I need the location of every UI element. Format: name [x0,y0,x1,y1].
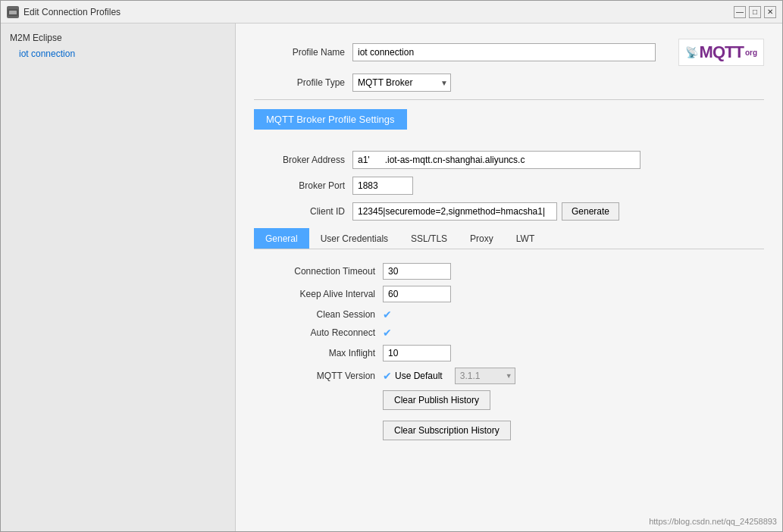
broker-port-label: Broker Port [254,180,345,191]
sidebar-item-iot-connection[interactable]: iot connection [1,46,235,61]
profile-name-row: Profile Name 📡 MQTT org [254,39,764,66]
maximize-button[interactable]: □ [749,6,761,18]
clean-session-label: Clean Session [254,309,375,320]
minimize-button[interactable]: — [734,6,746,18]
tabs-row: General User Credentials SSL/TLS Proxy L… [254,228,764,249]
clear-publish-button[interactable]: Clear Publish History [383,390,490,410]
sidebar-group: M2M Eclipse [1,30,235,46]
connection-timeout-input[interactable] [383,263,451,280]
mqtt-logo-org: org [745,49,757,57]
max-inflight-row: Max Inflight [254,345,764,361]
divider [254,99,764,100]
antenna-icon: 📡 [685,46,698,58]
auto-reconnect-label: Auto Reconnect [254,327,375,338]
keep-alive-row: Keep Alive Interval [254,286,764,302]
mqtt-logo-text: MQTT [700,42,744,62]
client-id-row: Client ID Generate [254,202,764,221]
clear-subscription-button[interactable]: Clear Subscription History [383,421,511,440]
version-select-wrapper: 3.1.1 ▼ [455,368,515,384]
auto-reconnect-row: Auto Reconnect ✔ [254,327,764,339]
svg-rect-1 [9,11,17,14]
watermark: https://blog.csdn.net/qq_24258893 [649,517,777,526]
connection-timeout-label: Connection Timeout [254,266,375,277]
content-area: Profile Name 📡 MQTT org Profile Type MQT… [236,23,782,531]
main-content: M2M Eclipse iot connection Profile Name … [1,23,782,531]
auto-reconnect-check[interactable]: ✔ [383,327,392,339]
tab-lwt[interactable]: LWT [505,228,546,249]
mqtt-version-row: MQTT Version ✔ Use Default 3.1.1 ▼ [254,368,764,384]
window-title: Edit Connection Profiles [23,7,734,17]
broker-address-input[interactable] [352,151,640,169]
use-default-check[interactable]: ✔ [383,370,392,382]
keep-alive-input[interactable] [383,286,451,302]
tab-ssl-tls[interactable]: SSL/TLS [399,228,459,249]
window-icon [7,6,19,18]
max-inflight-input[interactable] [383,345,451,361]
window-controls: — □ ✕ [734,6,776,18]
titlebar: Edit Connection Profiles — □ ✕ [1,1,782,23]
profile-type-row: Profile Type MQTT Broker ▼ [254,74,764,92]
clean-session-row: Clean Session ✔ [254,308,764,321]
mqtt-logo: 📡 MQTT org [678,39,764,66]
broker-address-label: Broker Address [254,155,345,165]
broker-port-input[interactable] [352,177,413,195]
general-settings: Connection Timeout Keep Alive Interval C… [254,263,764,445]
sidebar: M2M Eclipse iot connection [1,23,236,531]
tab-general[interactable]: General [254,228,309,249]
connection-timeout-row: Connection Timeout [254,263,764,280]
main-window: Edit Connection Profiles — □ ✕ M2M Eclip… [0,0,783,532]
close-button[interactable]: ✕ [764,6,776,18]
profile-type-label: Profile Type [254,77,345,88]
keep-alive-label: Keep Alive Interval [254,289,375,299]
profile-type-select[interactable]: MQTT Broker [352,74,451,92]
clean-session-check[interactable]: ✔ [383,308,392,321]
broker-address-row: Broker Address [254,151,764,169]
broker-port-row: Broker Port [254,177,764,195]
version-select[interactable]: 3.1.1 [455,368,515,384]
client-id-label: Client ID [254,206,345,217]
profile-name-label: Profile Name [254,47,345,58]
max-inflight-label: Max Inflight [254,348,375,358]
mqtt-version-label: MQTT Version [254,371,375,381]
tab-proxy[interactable]: Proxy [459,228,505,249]
client-id-input[interactable] [352,202,557,221]
section-header: MQTT Broker Profile Settings [254,109,407,130]
use-default-label: Use Default [395,371,443,381]
mqtt-logo-box: 📡 MQTT org [678,39,764,66]
tab-user-credentials[interactable]: User Credentials [309,228,399,249]
profile-type-select-wrapper: MQTT Broker ▼ [352,74,451,92]
clear-subscription-row: Clear Subscription History [383,421,764,445]
profile-name-input[interactable] [352,43,656,61]
clear-publish-row: Clear Publish History [383,390,764,415]
generate-button[interactable]: Generate [562,202,619,221]
